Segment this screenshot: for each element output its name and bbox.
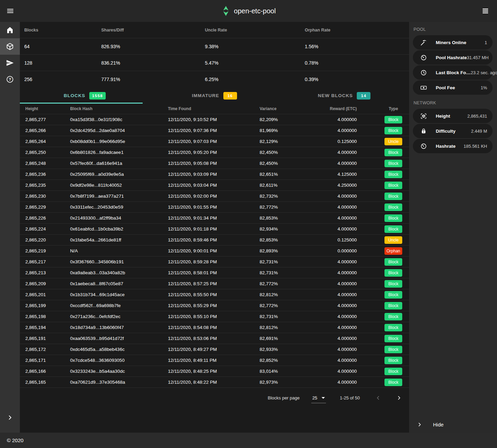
prev-page-button[interactable]	[374, 394, 382, 402]
clock-icon	[420, 69, 427, 76]
next-page-button[interactable]	[395, 394, 403, 402]
cell-time: 12/11/2020, 9:05:20 PM	[168, 150, 260, 155]
stat-pill: Miners Online1	[413, 35, 493, 50]
cell-height: 2,865,277	[20, 117, 70, 122]
tab-count-badge: 14	[357, 92, 370, 100]
rail-item-help[interactable]: ?	[0, 71, 20, 88]
rail-item-blocks[interactable]	[0, 38, 20, 55]
block-row: 2,865,2660x2dc4295d...2dae0a870412/11/20…	[20, 125, 409, 136]
block-row: 2,865,2640xb08dd0b1...99e066d95e12/11/20…	[20, 136, 409, 147]
cell-hash: 0x2dc4295d...2dae0a8704	[70, 128, 168, 133]
tab-immature[interactable]: IMMATURE16	[149, 88, 279, 104]
block-row: 2,865,219N/A12/11/2020, 9:00:01 PM82,893…	[20, 246, 409, 256]
type-chip: Block	[384, 160, 402, 167]
cell-hash: 0x3f367660...345806b191	[70, 259, 168, 264]
rail-item-home[interactable]	[0, 22, 20, 38]
type-chip: Block	[384, 225, 402, 233]
cell-height: 2,865,166	[20, 369, 70, 374]
pill-value: 185.561 KH	[463, 144, 487, 149]
col-reward: Reward (ETC)	[317, 106, 378, 111]
cell-reward: 4.000000	[317, 380, 378, 385]
pill-label: Hashrate	[436, 144, 456, 149]
pill-label: Miners Online	[436, 40, 466, 45]
cell-variance: 82,732%	[260, 194, 317, 199]
cell-height: 2,865,250	[20, 150, 70, 155]
stats-row: 256777.91%6.25%0.39%	[20, 71, 409, 88]
rail-item-payments[interactable]	[0, 55, 20, 71]
cell-hash: 0x271a236c...0efcfdf2ec	[70, 314, 168, 319]
cell-type: Block	[378, 182, 409, 189]
cell-variance: 82,450%	[260, 161, 317, 166]
pill-label: Pool Hashrate	[436, 55, 467, 60]
cell-time: 12/11/2020, 8:48:22 PM	[168, 380, 260, 385]
stat-pill: Pool Fee1%	[413, 80, 493, 95]
banknote-icon	[420, 84, 427, 91]
cell-hash: 0x9df2e98e...811fc40052	[70, 183, 168, 188]
cell-height: 2,865,224	[20, 226, 70, 232]
rail-expand-button[interactable]	[0, 409, 20, 426]
stats-value: 256	[20, 77, 97, 82]
cell-height: 2,865,217	[20, 259, 70, 264]
cell-time: 12/11/2020, 8:55:50 PM	[168, 292, 260, 297]
gauge-icon	[420, 143, 427, 149]
cell-time: 12/11/2020, 8:49:11 PM	[168, 358, 260, 363]
cell-type: Orphan	[378, 247, 409, 255]
menu-button[interactable]	[2, 3, 18, 19]
main-content: Blocks Shares/Diff Uncle Rate Orphan Rat…	[20, 22, 409, 433]
block-row: 2,865,1710x7cdce548...363609305012/11/20…	[20, 355, 409, 366]
cell-hash: 0xa70621d9...37e305468a	[70, 380, 168, 385]
cell-hash: 0x7b8f7199...aea377a271	[70, 194, 168, 199]
network-section-title: NETWORK	[409, 95, 497, 109]
cell-type: Block	[378, 302, 409, 309]
reorder-icon	[483, 8, 488, 14]
pill-label: Pool Fee	[436, 85, 455, 90]
cell-variance: 82,731%	[260, 259, 317, 264]
cell-time: 12/11/2020, 8:59:28 PM	[168, 259, 260, 264]
type-chip: Block	[384, 280, 402, 288]
cell-reward: 4.000000	[317, 347, 378, 352]
stat-pill: Height2,865,431	[413, 109, 493, 123]
block-row: 2,865,1720xdc465d5a...a58beb436c12/11/20…	[20, 344, 409, 355]
cell-reward: 4.000000	[317, 117, 378, 122]
type-chip: Block	[384, 368, 402, 375]
cell-height: 2,865,264	[20, 139, 70, 144]
cell-variance: 82,853%	[260, 237, 317, 242]
cell-time: 12/11/2020, 8:57:25 PM	[168, 281, 260, 286]
tab-label: NEW BLOCKS	[318, 93, 353, 98]
pill-label: Difficulty	[436, 129, 456, 134]
stats-col-orphan-rate: Orphan Rate	[300, 28, 409, 32]
cell-hash: 0xa9a8eab3...03a340a82b	[70, 270, 168, 275]
stats-value: 836.21%	[97, 60, 200, 66]
lock-icon	[420, 128, 427, 134]
cell-type: Block	[378, 291, 409, 299]
block-row: 2,865,2290x3311efec...20453d0e5912/11/20…	[20, 202, 409, 213]
hide-panel-button[interactable]: Hide	[409, 417, 497, 432]
tab-new-blocks[interactable]: NEW BLOCKS14	[279, 88, 409, 104]
type-chip: Uncle	[384, 236, 402, 244]
block-row: 2,865,1940x18d734a9...13b6060f4712/11/20…	[20, 322, 409, 333]
cell-height: 2,865,209	[20, 281, 70, 286]
cell-hash: 0x57fec60f...da616e941a	[70, 161, 168, 166]
cell-type: Block	[378, 324, 409, 331]
right-panel-toggle-button[interactable]	[477, 3, 494, 19]
cell-variance: 82,772%	[260, 281, 317, 286]
brand[interactable]: open-etc-pool	[221, 0, 276, 22]
block-row: 2,865,1650xa70621d9...37e305468a12/11/20…	[20, 377, 409, 388]
cell-variance: 82,450%	[260, 150, 317, 155]
page-size-select[interactable]: 25	[311, 395, 326, 403]
cell-variance: 82,772%	[260, 205, 317, 210]
tab-blocks[interactable]: BLOCKS1558	[20, 88, 149, 104]
stats-col-blocks: Blocks	[20, 28, 97, 32]
cell-hash: 0x3311efec...20453d0e59	[70, 205, 168, 210]
stats-col-uncle-rate: Uncle Rate	[200, 28, 300, 32]
stat-pill: Hashrate185.561 KH	[413, 139, 493, 153]
cell-hash: 0x61eabfcd...1b0cba39b2	[70, 226, 168, 232]
pool-stats: Miners Online1Pool Hashrate31.457 MHLast…	[409, 35, 497, 95]
copyright-text: © 2020	[7, 437, 24, 443]
cell-variance: 82,812%	[260, 292, 317, 297]
block-row: 2,865,2200x1fabe54a...2661de81ff12/11/20…	[20, 235, 409, 246]
cell-variance: 82,812%	[260, 325, 317, 330]
cell-time: 12/11/2020, 9:07:03 PM	[168, 139, 260, 144]
cell-type: Block	[378, 160, 409, 167]
cell-reward: 4.000000	[317, 128, 378, 133]
